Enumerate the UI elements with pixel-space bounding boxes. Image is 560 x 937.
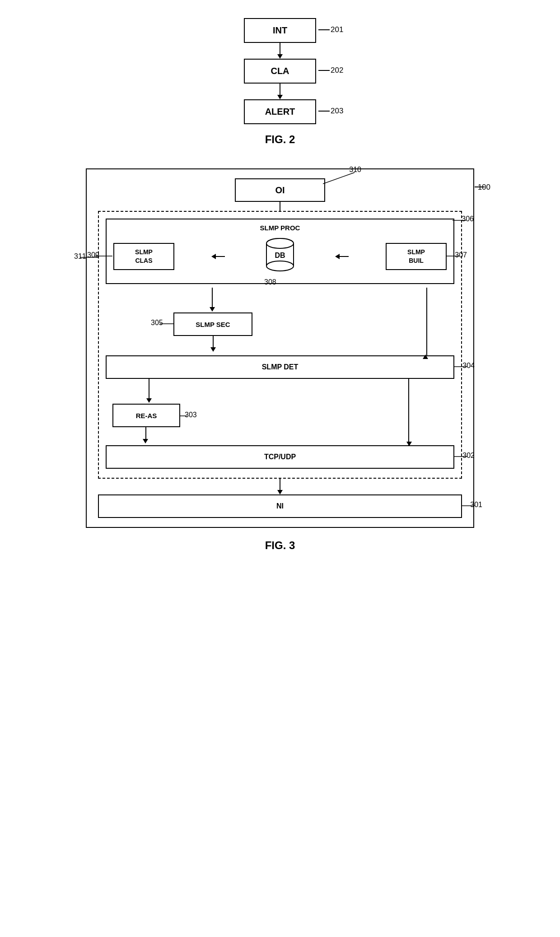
- cla-label2: CLA: [271, 66, 289, 76]
- slmp-buil-wrapper: SLMPBUIL 307: [386, 243, 447, 270]
- fig3-wrapper: 100 OI 310 311: [86, 168, 474, 528]
- fig3-dashed2: 311 306 SLMP PROC SLMPCLAS: [98, 211, 462, 479]
- ni-box2: NI: [98, 494, 462, 518]
- svg-line-7: [323, 172, 355, 184]
- det-to-reas-arrow: [146, 379, 152, 403]
- ni-row2: NI 301: [98, 494, 462, 518]
- db-cylinder2: DB: [262, 236, 298, 275]
- ref-100-label: 100: [478, 183, 490, 192]
- slmp-det-row2: SLMP DET 304: [106, 355, 454, 379]
- buil-det-cont-line: [426, 312, 427, 358]
- int-ref-line: [318, 29, 330, 30]
- slmp-proc-content: SLMPCLAS 309: [113, 236, 447, 276]
- db-to-sec-arrow: [210, 288, 215, 312]
- reas-box2: RE-AS: [112, 404, 180, 427]
- slmp-det-box2: SLMP DET: [106, 355, 454, 379]
- fig3-cap: FIG. 3: [265, 539, 295, 552]
- arrows-below-det: [106, 379, 454, 404]
- ref-303-line: [180, 414, 189, 418]
- ref-305-line: [160, 322, 176, 326]
- diagram-page: INT 201 CLA 202 ALERT 203 FIG. 2: [0, 0, 560, 570]
- tcp-box2: TCP/UDP: [106, 445, 454, 469]
- fig2-cap: FIG. 2: [265, 133, 295, 146]
- ref-308-label: 308: [264, 278, 276, 286]
- buil-to-det-arrow: [426, 288, 427, 312]
- int-wrapper: INT 201: [244, 18, 316, 43]
- db-wrapper: DB 308: [262, 236, 298, 276]
- ref-306-line: [453, 218, 468, 223]
- ref-310-line: [323, 170, 357, 186]
- sec-down-head: [210, 347, 216, 352]
- cla-ref-line: [318, 70, 330, 71]
- alert-ref-line: [318, 111, 330, 112]
- ref-201-b: 201: [331, 25, 343, 34]
- tcp-row2: TCP/UDP 302: [106, 445, 454, 469]
- arrow-space: [106, 427, 454, 445]
- arrow-buil-to-db: [335, 254, 349, 259]
- cla-box2: CLA: [244, 59, 316, 84]
- ref-301-line: [461, 503, 477, 508]
- oi-to-dashed-arrow: [98, 202, 462, 211]
- arrow2-line: [280, 84, 280, 95]
- arrow-db-to-clas: [211, 254, 225, 259]
- slmp-clas-wrapper: SLMPCLAS 309: [113, 243, 174, 270]
- ref-302-line: [453, 454, 469, 459]
- svg-point-16: [266, 238, 294, 248]
- svg-point-15: [266, 261, 294, 271]
- buil-det-arrowhead: [423, 354, 428, 359]
- slmp-sec-row2: SLMP SEC 305: [106, 312, 454, 352]
- arrow2-head: [277, 95, 283, 99]
- fig2-wrapper: INT 201 CLA 202 ALERT 203: [190, 18, 370, 124]
- det-to-tcp-arrow: [408, 379, 409, 404]
- fig3-outer2: 100 OI 310 311: [86, 168, 474, 528]
- alert-label2: ALERT: [265, 107, 295, 117]
- slmp-proc-box2: 306 SLMP PROC SLMPCLAS 309: [106, 219, 454, 284]
- ref-307-line: [446, 254, 462, 258]
- arrows-below-proc: [106, 288, 454, 312]
- ref-202-b: 202: [331, 66, 343, 75]
- slmp-clas-box2: SLMPCLAS: [113, 243, 174, 270]
- ref-304-line: [453, 364, 469, 369]
- oi-area: OI 310: [98, 178, 462, 202]
- oi-box2: OI: [235, 178, 325, 202]
- tcp-to-ni-arrow2: [98, 479, 462, 490]
- reas-row2: RE-AS 303: [106, 404, 454, 427]
- arrow1-head: [277, 54, 283, 59]
- tcp-right-cont: [408, 404, 409, 427]
- ref-203-b: 203: [331, 107, 343, 116]
- slmp-proc-title: SLMP PROC: [113, 224, 447, 232]
- slmp-sec-box2: SLMP SEC: [173, 312, 252, 336]
- tcp-to-ni-arrowhead: [98, 490, 462, 494]
- slmp-buil-box2: SLMPBUIL: [386, 243, 447, 270]
- svg-text:DB: DB: [275, 252, 285, 259]
- arrow1-line: [280, 43, 280, 54]
- cla-wrapper: CLA 202: [244, 59, 316, 84]
- ref-309-line: [94, 254, 114, 258]
- sec-down-line: [213, 336, 214, 347]
- int-label2: INT: [273, 25, 287, 36]
- alert-wrapper: ALERT 203: [244, 99, 316, 124]
- int-box2: INT: [244, 18, 316, 43]
- alert-box2: ALERT: [244, 99, 316, 124]
- ref-100-line: [475, 186, 485, 187]
